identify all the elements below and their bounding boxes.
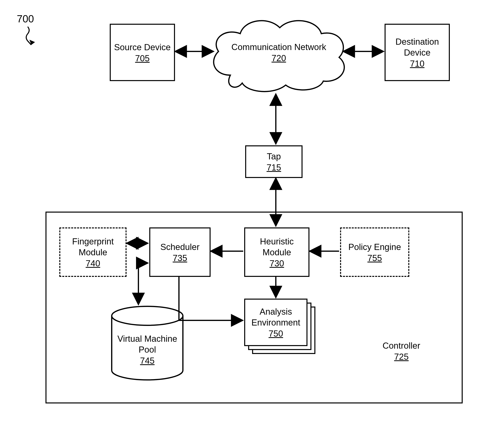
node-number: 720 [203, 53, 355, 63]
diagram-canvas: 700 Source Device 705 Destination Device… [0, 0, 504, 424]
figure-reference: 700 [17, 13, 34, 25]
node-number: 735 [173, 253, 187, 263]
node-number: 740 [86, 258, 100, 268]
node-number: 715 [267, 162, 281, 172]
node-analysis-environment: Analysis Environment 750 [244, 299, 315, 354]
node-tap: Tap 715 [245, 145, 303, 178]
svg-point-0 [112, 306, 183, 325]
node-label: Tap [267, 151, 281, 162]
node-label: Fingerprint Module [60, 236, 125, 258]
node-scheduler: Scheduler 735 [149, 227, 211, 277]
controller-label: Controller 725 [372, 340, 431, 362]
node-number: 750 [268, 329, 283, 339]
node-label: Policy Engine [348, 242, 401, 252]
node-number: 730 [269, 258, 284, 268]
node-label: Source Device [114, 42, 171, 53]
node-number: 745 [110, 356, 185, 366]
node-fingerprint-module: Fingerprint Module 740 [59, 227, 127, 277]
node-number: 705 [135, 53, 149, 63]
node-label: Heuristic Module [245, 236, 308, 258]
node-label: Controller [372, 340, 431, 351]
node-communication-network: Communication Network 720 [203, 12, 355, 95]
node-number: 755 [367, 253, 382, 263]
node-label: Destination Device [386, 36, 449, 58]
node-heuristic-module: Heuristic Module 730 [244, 227, 309, 277]
node-policy-engine: Policy Engine 755 [340, 227, 409, 277]
node-label: Analysis Environment [245, 306, 306, 328]
node-label: Communication Network [203, 42, 355, 52]
node-number: 725 [372, 352, 431, 362]
node-number: 710 [410, 59, 424, 69]
node-label: Virtual Machine Pool [110, 333, 185, 355]
node-vm-pool: Virtual Machine Pool 745 [110, 306, 185, 381]
node-source-device: Source Device 705 [110, 24, 175, 81]
node-destination-device: Destination Device 710 [385, 24, 450, 81]
node-label: Scheduler [160, 242, 199, 252]
